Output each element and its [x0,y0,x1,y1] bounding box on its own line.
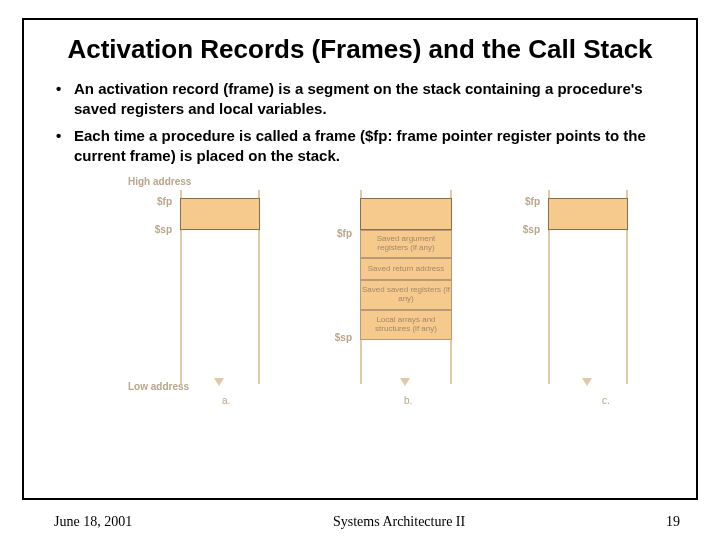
footer-course: Systems Architecture II [333,514,465,530]
stack-col-c: $fp $sp [492,190,622,384]
slide-frame: Activation Records (Frames) and the Call… [22,18,698,500]
stack-col-b: Saved argument registers (if any) Saved … [304,190,434,384]
frame-seg-locals: Local arrays and structures (if any) [360,310,452,340]
stack-diagram: High address Low address $fp $sp a. Save… [42,176,678,406]
bullet-item: • An activation record (frame) is a segm… [56,79,678,120]
down-arrow-icon [582,378,592,386]
slide-footer: June 18, 2001 Systems Architecture II 19 [54,514,680,530]
fp-label: $fp [304,228,352,239]
down-arrow-icon [214,378,224,386]
bullet-text: Each time a procedure is called a frame … [74,126,678,167]
sp-label: $sp [492,224,540,235]
frame-seg-return: Saved return address [360,258,452,280]
fp-label: $fp [124,196,172,207]
footer-date: June 18, 2001 [54,514,132,530]
frame-box [360,198,452,230]
bullet-item: • Each time a procedure is called a fram… [56,126,678,167]
down-arrow-icon [400,378,410,386]
fp-label: $fp [492,196,540,207]
frame-box [548,198,628,230]
bullet-text: An activation record (frame) is a segmen… [74,79,678,120]
bullet-dot: • [56,126,74,167]
frame-seg-args: Saved argument registers (if any) [360,230,452,258]
col-label-b: b. [404,395,412,406]
frame-seg-saved: Saved saved registers (if any) [360,280,452,310]
sp-label: $sp [124,224,172,235]
footer-page: 19 [666,514,680,530]
stack-col-a: $fp $sp [124,190,254,384]
bullet-dot: • [56,79,74,120]
col-label-c: c. [602,395,610,406]
frame-box [180,198,260,230]
high-address-label: High address [128,176,191,187]
col-label-a: a. [222,395,230,406]
bullets: • An activation record (frame) is a segm… [56,79,678,166]
slide-title: Activation Records (Frames) and the Call… [42,34,678,65]
sp-label: $sp [304,332,352,343]
